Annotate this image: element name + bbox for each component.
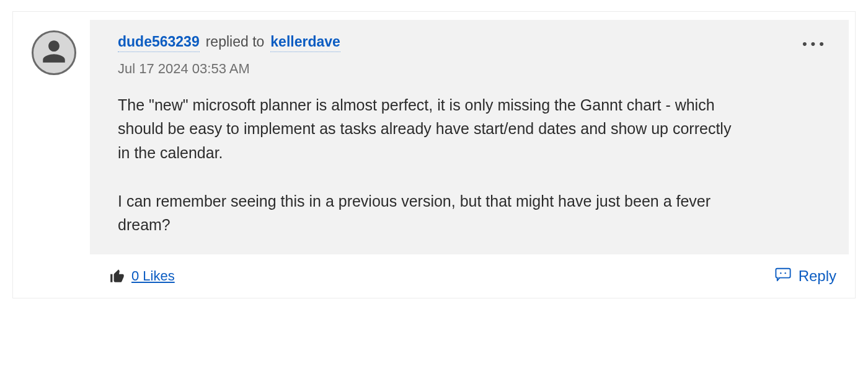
svg-rect-0	[776, 269, 790, 278]
comment-timestamp: Jul 17 2024 03:53 AM	[118, 61, 787, 77]
comment-card: ••• dude563239 replied to kellerdave Jul…	[12, 11, 856, 298]
likes-link[interactable]: 0 Likes	[131, 268, 175, 284]
author-link[interactable]: dude563239	[118, 34, 200, 52]
avatar[interactable]	[32, 30, 76, 75]
reply-label: Reply	[799, 267, 836, 285]
user-avatar-icon	[40, 38, 68, 68]
more-options-button[interactable]: •••	[799, 35, 828, 53]
reply-button[interactable]: Reply	[774, 264, 838, 288]
comment-top: ••• dude563239 replied to kellerdave Jul…	[13, 12, 855, 254]
thumb-up-icon[interactable]	[109, 268, 125, 284]
avatar-column	[13, 12, 90, 75]
likes-group: 0 Likes	[109, 268, 175, 284]
svg-point-1	[780, 272, 781, 274]
reply-chat-icon	[775, 267, 791, 285]
comment-footer: 0 Likes Reply	[13, 254, 855, 298]
svg-point-2	[784, 272, 786, 274]
comment-content: The "new" microsoft planner is almost pe…	[118, 93, 738, 238]
comment-meta: dude563239 replied to kellerdave	[118, 34, 787, 52]
ellipsis-icon: •••	[802, 36, 828, 52]
replied-to-label: replied to	[206, 34, 265, 51]
target-user-link[interactable]: kellerdave	[270, 34, 340, 52]
comment-body-box: ••• dude563239 replied to kellerdave Jul…	[90, 20, 849, 254]
